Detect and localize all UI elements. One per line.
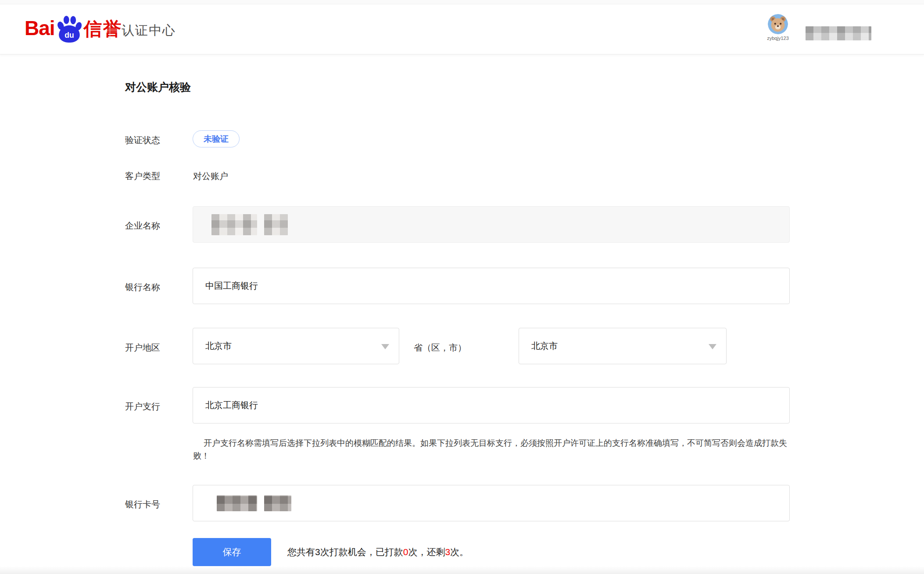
- redacted-card-number-part1: [217, 495, 257, 511]
- top-strip: [0, 0, 924, 4]
- customer-type-value: 对公账户: [193, 170, 228, 182]
- page-title: 对公账户核验: [125, 80, 191, 94]
- note-paid-count: 0: [403, 547, 408, 557]
- city-select[interactable]: 北京市: [519, 328, 727, 364]
- company-name-input: [193, 206, 790, 243]
- label-verify-status: 验证状态: [125, 134, 160, 146]
- username-caption: zybqjy123: [767, 36, 789, 41]
- label-bank-name: 银行名称: [125, 281, 160, 293]
- province-select[interactable]: 北京市: [193, 328, 399, 364]
- redacted-company-name-part2: [264, 214, 288, 235]
- label-open-region: 开户地区: [125, 342, 160, 354]
- label-open-branch: 开户支行: [125, 401, 160, 413]
- logo-text-du: du: [64, 31, 74, 39]
- label-customer-type: 客户类型: [125, 170, 160, 182]
- redacted-account-name: [806, 26, 871, 40]
- branch-helper-note: 开户支行名称需填写后选择下拉列表中的模糊匹配的结果。如果下拉列表无目标支行，必须…: [193, 437, 790, 462]
- branch-input[interactable]: 北京工商银行: [193, 387, 790, 423]
- baidu-paw-icon: du: [56, 15, 83, 43]
- page: Bai du 信誉 认证中心: [0, 0, 924, 574]
- note-mid2: 次，还剩: [408, 547, 445, 557]
- logo-text-xinyu: 信誉: [84, 16, 122, 42]
- footer-strip: [0, 566, 924, 574]
- header: Bai du 信誉 认证中心: [0, 4, 924, 54]
- bank-name-value: 中国工商银行: [205, 280, 258, 292]
- province-selected-value: 北京市: [205, 340, 232, 352]
- city-selected-value: 北京市: [531, 340, 558, 352]
- note-total-count: 3: [315, 547, 320, 557]
- chevron-down-icon: [709, 344, 716, 349]
- avatar-box[interactable]: zybqjy123: [763, 14, 793, 41]
- bank-name-input[interactable]: 中国工商银行: [193, 268, 790, 304]
- note-remaining-count: 3: [445, 547, 450, 557]
- baidu-xinyu-logo[interactable]: Bai du 信誉: [25, 14, 122, 42]
- user-area: zybqjy123: [763, 14, 871, 41]
- label-card-number: 银行卡号: [125, 499, 160, 510]
- note-suffix: 次。: [450, 547, 469, 557]
- logo-text-bai: Bai: [25, 14, 55, 42]
- card-number-input[interactable]: [193, 485, 790, 521]
- label-company-name: 企业名称: [125, 220, 160, 232]
- payment-attempts-note: 您共有3次打款机会，已打款0次，还剩3次。: [287, 546, 469, 558]
- note-mid1: 次打款机会，已打款: [320, 547, 403, 557]
- redacted-company-name-part1: [211, 214, 257, 235]
- header-divider: [110, 21, 110, 39]
- branch-value: 北京工商银行: [205, 399, 258, 411]
- user-avatar[interactable]: [768, 14, 788, 34]
- site-section-title: 认证中心: [122, 22, 176, 39]
- note-prefix: 您共有: [287, 547, 315, 557]
- redacted-card-number-part2: [264, 495, 291, 511]
- chevron-down-icon: [381, 344, 389, 349]
- save-button[interactable]: 保存: [193, 538, 271, 566]
- status-badge: 未验证: [193, 130, 240, 147]
- label-province-district-city: 省（区，市）: [414, 342, 466, 354]
